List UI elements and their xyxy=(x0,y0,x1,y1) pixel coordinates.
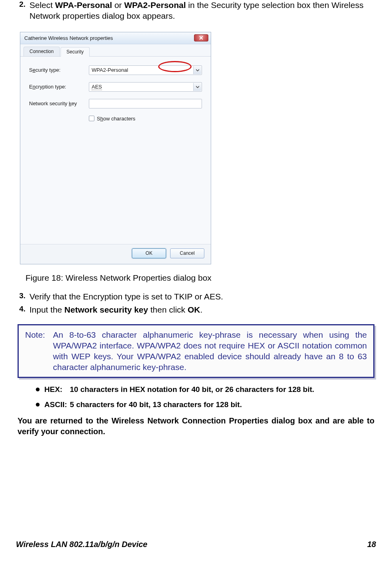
footer-page-number: 18 xyxy=(367,540,376,549)
step-4-number: 4. xyxy=(16,305,25,315)
step-4-text: Input the Network security key then clic… xyxy=(29,305,376,315)
tab-security[interactable]: Security xyxy=(61,47,90,57)
chevron-down-icon xyxy=(196,69,199,72)
note-label: Note: xyxy=(25,329,53,373)
dialog-title: Catherine Wireless Network properties xyxy=(24,35,194,41)
step-3-number: 3. xyxy=(16,291,25,302)
encryption-type-value: AES xyxy=(92,84,102,90)
field-encryption-type: Encryption type: AES xyxy=(29,82,202,92)
step-3-text: Verify that the Encryption type is set t… xyxy=(29,291,376,302)
bullet-ascii: ● ASCII:5 characters for 40 bit, 13 char… xyxy=(35,400,376,409)
encryption-type-combo[interactable]: AES xyxy=(89,82,202,92)
tab-connection[interactable]: Connection xyxy=(24,47,60,56)
step-2-number: 2. xyxy=(16,0,25,22)
cancel-button[interactable]: Cancel xyxy=(170,248,204,258)
show-characters-label: Show characters xyxy=(97,116,135,122)
combo-arrow[interactable] xyxy=(193,83,201,91)
bullet-hex: ● HEX:10 characters in HEX notation for … xyxy=(35,385,376,394)
ok-button[interactable]: OK xyxy=(132,248,166,258)
dialog-buttons: OK Cancel xyxy=(20,244,211,264)
security-type-value: WPA2-Personal xyxy=(92,67,128,73)
bullet-dot-icon: ● xyxy=(35,385,40,394)
bullet-list: ● HEX:10 characters in HEX notation for … xyxy=(35,385,376,409)
field-security-type: Security type: WPA2-Personal xyxy=(29,65,202,75)
combo-arrow[interactable] xyxy=(193,66,201,74)
wireless-properties-dialog: Catherine Wireless Network properties Co… xyxy=(20,32,211,264)
steps-3-4: 3. Verify that the Encryption type is se… xyxy=(16,291,376,315)
step-2-text: Select WPA-Personal or WPA2-Personal in … xyxy=(29,0,376,22)
note-box: Note: An 8-to-63 character alphanumeric … xyxy=(18,324,374,378)
bullet-dot-icon: ● xyxy=(35,400,40,409)
close-icon xyxy=(199,36,203,40)
chevron-down-icon xyxy=(196,85,199,89)
dialog-tabs: Connection Security xyxy=(20,44,211,57)
page-footer: Wireless LAN 802.11a/b/g/n Device 18 xyxy=(16,540,376,549)
footer-left: Wireless LAN 802.11a/b/g/n Device xyxy=(16,540,147,549)
label-security-type: Security type: xyxy=(29,67,89,73)
network-key-input[interactable] xyxy=(89,99,202,108)
close-button[interactable] xyxy=(194,34,208,41)
note-text: An 8-to-63 character alphanumeric key-ph… xyxy=(53,329,367,373)
label-network-key: Network security key xyxy=(29,100,89,106)
dialog-titlebar: Catherine Wireless Network properties xyxy=(20,32,211,44)
security-type-combo[interactable]: WPA2-Personal xyxy=(89,65,202,75)
label-encryption-type: Encryption type: xyxy=(29,84,89,90)
field-network-key: Network security key xyxy=(29,99,202,108)
dialog-screenshot: Catherine Wireless Network properties Co… xyxy=(20,32,376,264)
show-characters-row: Show characters xyxy=(89,116,202,122)
figure-caption: Figure 18: Wireless Network Properties d… xyxy=(25,273,376,283)
step-2: 2. Select WPA-Personal or WPA2-Personal … xyxy=(16,0,376,22)
show-characters-checkbox[interactable] xyxy=(89,116,94,121)
page: 2. Select WPA-Personal or WPA2-Personal … xyxy=(0,0,392,561)
dialog-body: Security type: WPA2-Personal Encryption … xyxy=(20,57,211,244)
conclusion-text: You are returned to the Wireless Network… xyxy=(18,415,374,437)
